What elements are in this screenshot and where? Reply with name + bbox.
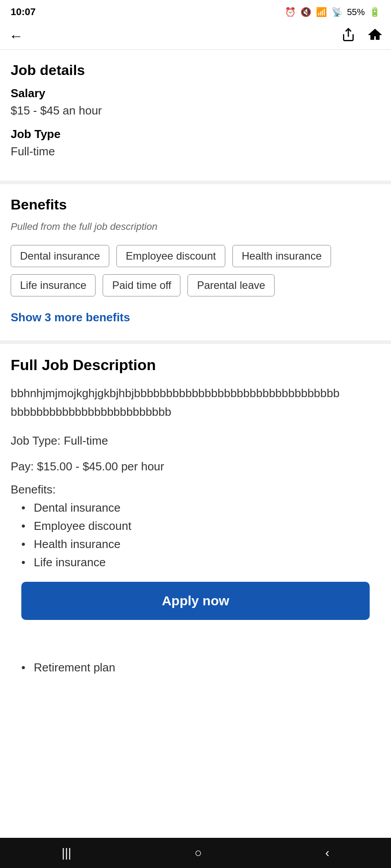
benefit-tag-life: Life insurance [11, 274, 96, 296]
pay-field: Pay: $15.00 - $45.00 per hour [11, 458, 380, 476]
share-icon[interactable] [341, 28, 355, 45]
job-type-field: Job Type: Full-time [11, 432, 380, 450]
full-job-description-section: Full Job Description bbhnhjmjmojkghjgkbj… [0, 340, 391, 694]
benefit-tag-health: Health insurance [232, 245, 331, 267]
benefits-subtitle: Pulled from the full job description [11, 221, 380, 233]
job-details-title: Job details [11, 62, 380, 79]
battery-icon: 🔋 [369, 7, 380, 17]
full-job-description-title: Full Job Description [11, 356, 380, 374]
benefits-section: Benefits Pulled from the full job descri… [0, 181, 391, 340]
job-type-label: Job Type [11, 127, 380, 141]
benefit-tag-employee-discount: Employee discount [116, 245, 225, 267]
full-benefits-list: Dental insurance Employee discount Healt… [11, 501, 380, 569]
nav-left: ← [9, 28, 23, 44]
bottom-nav-back[interactable]: ‹ [325, 846, 329, 860]
benefits-tags-container: Dental insurance Employee discount Healt… [11, 245, 380, 296]
bottom-nav-recent-apps[interactable]: ||| [62, 846, 72, 860]
benefit-tag-pto: Paid time off [103, 274, 180, 296]
apply-now-button[interactable]: Apply now [21, 582, 370, 620]
apply-bar: Apply now [11, 576, 380, 625]
signal-icon: 📡 [331, 7, 343, 17]
list-item: Health insurance [21, 537, 380, 551]
status-bar: 10:07 ⏰ 🔇 📶 📡 55% 🔋 [0, 0, 391, 23]
battery-label: 55% [347, 7, 365, 17]
wifi-icon: 📶 [316, 7, 327, 17]
status-time: 10:07 [11, 6, 36, 18]
extra-benefits-list: Retirement plan [11, 661, 380, 675]
back-button[interactable]: ← [9, 28, 23, 44]
mute-icon: 🔇 [300, 7, 311, 17]
benefit-tag-dental: Dental insurance [11, 245, 109, 267]
job-details-section: Job details Salary $15 - $45 an hour Job… [0, 50, 391, 181]
status-icons: ⏰ 🔇 📶 📡 55% 🔋 [285, 7, 380, 17]
list-item: Life insurance [21, 556, 380, 569]
nav-right [341, 28, 382, 45]
alarm-icon: ⏰ [285, 7, 296, 17]
list-item: Retirement plan [21, 661, 380, 675]
show-more-benefits-button[interactable]: Show 3 more benefits [11, 311, 380, 324]
job-desc-body-text: bbhnhjmjmojkghjgkbjhbjbbbbbbbbbbbbbbbbbb… [11, 384, 380, 421]
salary-label: Salary [11, 87, 380, 100]
benefits-label: Benefits: [11, 483, 380, 497]
salary-value: $15 - $45 an hour [11, 104, 380, 118]
benefit-tag-parental: Parental leave [188, 274, 274, 296]
bottom-nav: ||| ○ ‹ [0, 838, 391, 868]
nav-bar: ← [0, 23, 391, 50]
bottom-nav-home[interactable]: ○ [195, 846, 202, 860]
home-icon[interactable] [368, 28, 382, 45]
job-type-value: Full-time [11, 145, 380, 158]
list-item: Employee discount [21, 519, 380, 533]
benefits-title: Benefits [11, 197, 380, 213]
list-item: Dental insurance [21, 501, 380, 515]
